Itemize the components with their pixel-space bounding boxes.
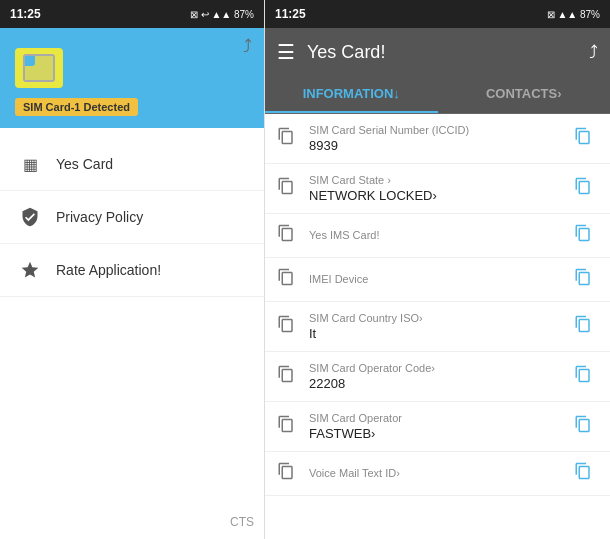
right-panel: 11:25 ⊠ ▲▲ 87% ☰ Yes Card! ⤴ INFORMATION…	[265, 0, 610, 539]
copy-icon-7-right[interactable]	[574, 462, 598, 485]
sim-detected-badge: SIM Card-1 Detected	[15, 98, 138, 116]
hamburger-icon[interactable]: ☰	[277, 40, 295, 64]
tab-information[interactable]: INFORMATION↓	[265, 76, 438, 113]
info-text-operator-code: SIM Card Operator Code› 22208	[309, 362, 566, 391]
cts-label: CTS	[230, 515, 254, 529]
info-value-country: It	[309, 326, 566, 341]
privacy-policy-label: Privacy Policy	[56, 209, 143, 225]
info-row-operator-code: SIM Card Operator Code› 22208	[265, 352, 610, 402]
yes-card-icon: ▦	[18, 152, 42, 176]
copy-icon-6-left[interactable]	[277, 415, 301, 438]
copy-icon-2-left[interactable]	[277, 224, 301, 247]
copy-icon-2-right[interactable]	[574, 224, 598, 247]
info-row-country: SIM Card Country ISO› It	[265, 302, 610, 352]
status-bar-right: 11:25 ⊠ ▲▲ 87%	[265, 0, 610, 28]
info-label-country: SIM Card Country ISO›	[309, 312, 566, 324]
copy-icon-1-right[interactable]	[574, 177, 598, 200]
top-bar: ☰ Yes Card! ⤴	[265, 28, 610, 76]
battery-icon-left: ⊠ ↩ ▲▲ 87%	[190, 9, 254, 20]
info-text-ims: Yes IMS Card!	[309, 229, 566, 243]
sim-icon-inner	[23, 54, 55, 82]
info-text-country: SIM Card Country ISO› It	[309, 312, 566, 341]
info-value-operator: FASTWEB›	[309, 426, 566, 441]
time-left: 11:25	[10, 7, 41, 21]
copy-icon-5-left[interactable]	[277, 365, 301, 388]
info-text-imei: IMEI Device	[309, 273, 566, 287]
copy-icon-3-right[interactable]	[574, 268, 598, 291]
rate-app-label: Rate Application!	[56, 262, 161, 278]
info-row-iccid: SIM Card Serial Number (ICCID) 8939	[265, 114, 610, 164]
content-area: SIM Card Serial Number (ICCID) 8939 SIM …	[265, 114, 610, 539]
info-row-voicemail: Voice Mail Text ID›	[265, 452, 610, 496]
info-text-iccid: SIM Card Serial Number (ICCID) 8939	[309, 124, 566, 153]
copy-icon-4-left[interactable]	[277, 315, 301, 338]
tab-contacts[interactable]: CONTACTS›	[438, 76, 611, 113]
info-row-ims: Yes IMS Card!	[265, 214, 610, 258]
rate-app-icon	[18, 258, 42, 282]
top-bar-left: ☰ Yes Card!	[277, 40, 385, 64]
page-title: Yes Card!	[307, 42, 385, 63]
copy-icon-1-left[interactable]	[277, 177, 301, 200]
left-share-button[interactable]: ⤴	[243, 36, 252, 57]
info-text-operator: SIM Card Operator FASTWEB›	[309, 412, 566, 441]
info-text-state: SIM Card State › NETWORK LOCKED›	[309, 174, 566, 203]
sidebar-item-yes-card[interactable]: ▦ Yes Card	[0, 138, 264, 191]
status-bar-left: 11:25 ⊠ ↩ ▲▲ 87%	[0, 0, 264, 28]
copy-icon-0-left[interactable]	[277, 127, 301, 150]
info-value-state: NETWORK LOCKED›	[309, 188, 566, 203]
copy-icon-0-right[interactable]	[574, 127, 598, 150]
sim-card-section: SIM Card-1 Detected	[0, 28, 264, 128]
sidebar-item-privacy-policy[interactable]: Privacy Policy	[0, 191, 264, 244]
info-row-imei: IMEI Device	[265, 258, 610, 302]
info-row-operator: SIM Card Operator FASTWEB›	[265, 402, 610, 452]
copy-icon-3-left[interactable]	[277, 268, 301, 291]
info-label-operator-code: SIM Card Operator Code›	[309, 362, 566, 374]
time-right: 11:25	[275, 7, 306, 21]
copy-icon-5-right[interactable]	[574, 365, 598, 388]
info-label-iccid: SIM Card Serial Number (ICCID)	[309, 124, 566, 136]
tab-bar: INFORMATION↓ CONTACTS›	[265, 76, 610, 114]
info-label-operator: SIM Card Operator	[309, 412, 566, 424]
info-label-voicemail: Voice Mail Text ID›	[309, 467, 566, 479]
info-label-imei: IMEI Device	[309, 273, 566, 285]
info-label-state: SIM Card State ›	[309, 174, 566, 186]
copy-icon-6-right[interactable]	[574, 415, 598, 438]
info-value-operator-code: 22208	[309, 376, 566, 391]
right-share-button[interactable]: ⤴	[589, 42, 598, 63]
info-value-iccid: 8939	[309, 138, 566, 153]
sidebar-item-rate-app[interactable]: Rate Application!	[0, 244, 264, 297]
status-icons-left: ⊠ ↩ ▲▲ 87%	[190, 9, 254, 20]
copy-icon-7-left[interactable]	[277, 462, 301, 485]
info-row-state: SIM Card State › NETWORK LOCKED›	[265, 164, 610, 214]
privacy-policy-icon	[18, 205, 42, 229]
sim-card-icon	[15, 48, 63, 88]
info-text-voicemail: Voice Mail Text ID›	[309, 467, 566, 481]
yes-card-label: Yes Card	[56, 156, 113, 172]
status-icons-right: ⊠ ▲▲ 87%	[547, 9, 600, 20]
battery-icon-right: ⊠ ▲▲ 87%	[547, 9, 600, 20]
info-label-ims: Yes IMS Card!	[309, 229, 566, 241]
menu-items: ▦ Yes Card Privacy Policy Rate Applicati…	[0, 128, 264, 539]
left-panel: 11:25 ⊠ ↩ ▲▲ 87% SIM Card-1 Detected ⤴ ▦…	[0, 0, 265, 539]
copy-icon-4-right[interactable]	[574, 315, 598, 338]
